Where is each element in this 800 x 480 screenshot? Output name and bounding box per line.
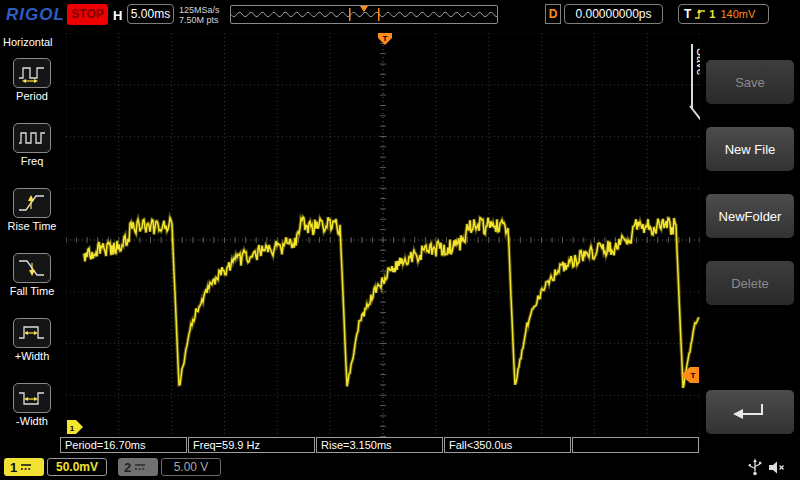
measure-item-plus-width[interactable]: +Width <box>0 318 64 382</box>
acquisition-info: 125MSa/s 7.50M pts <box>179 5 220 25</box>
dc-coupling-icon <box>20 462 32 472</box>
new-folder-button[interactable]: NewFolder <box>706 194 794 238</box>
memory-waveform-icon <box>231 6 497 23</box>
channel1-scale-readout[interactable]: 50.0mV <box>47 458 107 476</box>
measurement-period: Period=16.70ms <box>60 437 187 453</box>
trigger-readout[interactable]: T 1 140mV <box>678 4 769 24</box>
measurement-bar: Period=16.70ms Freq=59.9 Hz Rise=3.150ms… <box>60 437 700 454</box>
memory-window-strip[interactable] <box>230 5 498 24</box>
return-arrow-icon <box>730 401 770 423</box>
rising-edge-icon <box>694 8 706 20</box>
measurement-freq: Freq=59.9 Hz <box>188 437 315 453</box>
measurement-rise: Rise=3.150ms <box>316 437 443 453</box>
channel2-badge[interactable]: 2 <box>118 458 158 476</box>
top-bar: RIGOL STOP H 5.00ms 125MSa/s 7.50M pts D… <box>0 0 800 30</box>
left-menu-title: Horizontal <box>3 36 53 48</box>
svg-text:T: T <box>383 34 388 43</box>
measure-item-freq[interactable]: Freq <box>0 123 64 187</box>
measurement-empty-slot <box>572 437 699 453</box>
sample-rate-value: 125MSa/s <box>179 5 220 15</box>
trigger-level-value: 140mV <box>720 8 755 20</box>
minus-width-icon <box>17 387 47 409</box>
fall-time-icon <box>17 257 47 279</box>
measurement-fall: Fall<350.0us <box>444 437 571 453</box>
rise-time-icon <box>17 192 47 214</box>
new-file-button[interactable]: New File <box>706 127 794 171</box>
plus-width-icon <box>17 322 47 344</box>
delay-label: D <box>545 4 561 24</box>
bottom-bar: 1 50.0mV 2 5.00 V <box>0 455 800 480</box>
dc-coupling-icon <box>134 462 146 472</box>
horizontal-label: H <box>113 8 122 23</box>
measure-item-fall-time[interactable]: Fall Time <box>0 253 64 317</box>
channel1-badge[interactable]: 1 <box>4 458 44 476</box>
freq-icon <box>17 127 47 149</box>
trigger-source: 1 <box>709 8 715 20</box>
usb-icon <box>746 458 764 480</box>
measure-item-rise-time[interactable]: Rise Time <box>0 188 64 252</box>
right-soft-menu: Save New File NewFolder Delete <box>700 30 800 480</box>
channel2-scale-readout[interactable]: 5.00 V <box>161 458 221 476</box>
period-icon <box>17 62 47 84</box>
left-measure-menu: Horizontal Period Freq Rise Time <box>0 30 64 455</box>
return-button[interactable] <box>706 390 794 434</box>
memory-depth-value: 7.50M pts <box>179 15 220 25</box>
rigol-logo: RIGOL <box>6 5 65 25</box>
run-state-badge[interactable]: STOP <box>67 4 108 25</box>
oscilloscope-screen: RIGOL STOP H 5.00ms 125MSa/s 7.50M pts D… <box>0 0 800 480</box>
svg-text:T: T <box>691 371 696 380</box>
delay-readout[interactable]: 0.00000000ps <box>564 4 663 24</box>
channel1-number: 1 <box>10 460 17 475</box>
delete-button[interactable]: Delete <box>706 261 794 305</box>
save-button[interactable]: Save <box>706 60 794 104</box>
measure-item-period[interactable]: Period <box>0 58 64 122</box>
graticule-and-waveform: TT1 <box>66 33 700 447</box>
channel2-number: 2 <box>124 460 131 475</box>
waveform-display: TT1 <box>66 33 700 447</box>
svg-text:1: 1 <box>70 424 75 433</box>
trigger-label: T <box>684 7 691 21</box>
timebase-readout[interactable]: 5.00ms <box>127 4 174 24</box>
measure-item-minus-width[interactable]: -Width <box>0 383 64 447</box>
speaker-muted-icon[interactable] <box>768 460 785 479</box>
